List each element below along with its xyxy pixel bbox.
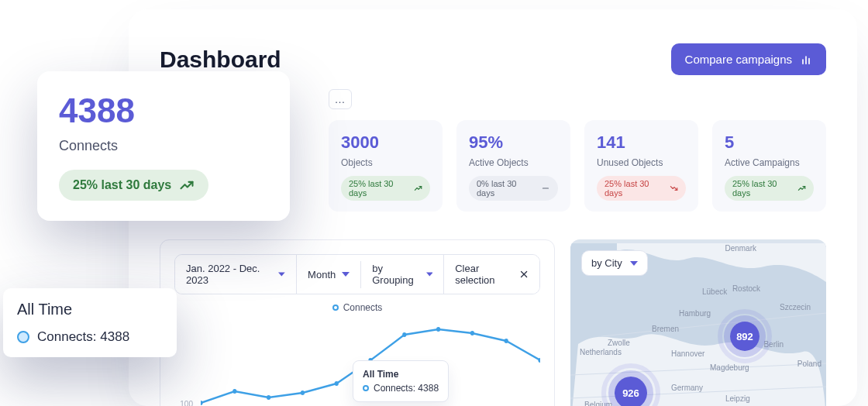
stat-card-active-campaigns[interactable]: 5 Active Campaigns 25% last 30 days xyxy=(712,120,826,212)
stat-label: Active Campaigns xyxy=(725,157,814,168)
filter-interval[interactable]: Month xyxy=(297,261,361,288)
chart-legend: Connects xyxy=(174,302,540,313)
svg-point-9 xyxy=(301,391,305,395)
map-bubble[interactable]: 892 xyxy=(718,309,772,363)
stat-value: 3000 xyxy=(341,132,430,153)
map-filter-dropdown[interactable]: by City xyxy=(581,250,648,276)
filter-date-range[interactable]: Jan. 2022 - Dec. 2023 xyxy=(175,255,297,294)
trend-pill: 0% last 30 days xyxy=(469,176,558,201)
chevron-down-icon xyxy=(426,270,433,278)
svg-point-7 xyxy=(232,389,236,394)
map-card[interactable]: Denmark Netherlands Germany Belgium Luxe… xyxy=(570,239,826,406)
y-tick: 100 xyxy=(174,400,198,406)
map-label: Bremen xyxy=(652,325,679,333)
tooltip-row: Connects: 4388 xyxy=(363,383,439,394)
chart-tooltip: All Time Connects: 4388 xyxy=(353,360,449,402)
trend-up-icon xyxy=(797,184,806,193)
map-label: Leipzig xyxy=(725,394,750,403)
alltime-series-label: Connects: 4388 xyxy=(37,329,129,345)
legend-dot-icon xyxy=(17,331,29,343)
more-options-button[interactable]: … xyxy=(329,89,352,109)
filter-label: Month xyxy=(308,269,336,280)
alltime-card: All Time Connects: 4388 xyxy=(3,288,177,357)
stat-cards-row: 3000 Objects 25% last 30 days 95% Active… xyxy=(329,120,826,212)
stat-card-unused-objects[interactable]: 141 Unused Objects 25% last 30 days xyxy=(584,120,698,212)
alltime-row: Connects: 4388 xyxy=(17,329,163,345)
map-label: Hannover xyxy=(671,349,704,358)
filter-label: by Grouping xyxy=(372,263,419,286)
svg-point-10 xyxy=(335,381,339,386)
filter-grouping[interactable]: by Grouping xyxy=(361,255,444,294)
content-row: Jan. 2022 - Dec. 2023 Month by Grouping … xyxy=(160,239,826,406)
stat-label: Unused Objects xyxy=(597,157,686,168)
svg-point-13 xyxy=(436,327,440,332)
tooltip-title: All Time xyxy=(363,369,439,380)
trend-up-icon xyxy=(414,184,422,193)
chart-filter-bar: Jan. 2022 - Dec. 2023 Month by Grouping … xyxy=(174,254,540,294)
legend-dot-icon xyxy=(332,304,339,311)
map-label: Netherlands xyxy=(580,348,622,356)
tooltip-text: Connects: 4388 xyxy=(374,383,439,394)
stat-card-active-objects[interactable]: 95% Active Objects 0% last 30 days xyxy=(456,120,570,212)
map-label: Germany xyxy=(671,384,703,392)
map-label: Zwolle xyxy=(608,339,630,347)
stat-label: Active Objects xyxy=(469,157,558,168)
trend-down-icon xyxy=(670,184,678,193)
filter-clear-selection[interactable]: Clear selection xyxy=(444,255,539,294)
compare-campaigns-label: Compare campaigns xyxy=(685,53,792,66)
svg-point-14 xyxy=(470,331,474,335)
map-label: Rostock xyxy=(732,284,760,293)
stat-card-objects[interactable]: 3000 Objects 25% last 30 days xyxy=(329,120,443,212)
map-label: Lübeck xyxy=(702,287,727,296)
filter-label: Jan. 2022 - Dec. 2023 xyxy=(186,263,272,286)
trend-text: 25% last 30 days xyxy=(604,179,665,198)
svg-point-6 xyxy=(201,401,203,405)
chevron-down-icon xyxy=(630,261,638,266)
trend-flat-icon xyxy=(541,184,550,193)
svg-point-8 xyxy=(267,395,270,400)
filter-label: Clear selection xyxy=(455,263,513,286)
map-label: Magdeburg xyxy=(710,363,749,372)
stat-value: 5 xyxy=(725,132,814,153)
feature-trend-pill: 25% last 30 days xyxy=(59,170,208,201)
compare-campaigns-button[interactable]: Compare campaigns xyxy=(671,43,826,75)
svg-point-15 xyxy=(505,339,508,343)
stat-value: 95% xyxy=(469,132,558,153)
trend-pill: 25% last 30 days xyxy=(725,176,814,201)
trend-up-icon xyxy=(179,177,195,193)
trend-text: 0% last 30 days xyxy=(477,179,536,198)
trend-text: 25% last 30 days xyxy=(732,179,793,198)
alltime-title: All Time xyxy=(17,301,163,318)
close-icon xyxy=(519,269,529,280)
stat-value: 141 xyxy=(597,132,686,153)
feature-connects-card: 4388 Connects 25% last 30 days xyxy=(37,71,290,221)
feature-value: 4388 xyxy=(59,91,268,130)
legend-label: Connects xyxy=(343,302,383,313)
map-label: Hamburg xyxy=(679,309,711,318)
chart-area[interactable]: 100 80 All Time xyxy=(174,318,540,406)
dashboard-header: Dashboard Compare campaigns xyxy=(160,43,826,75)
feature-pill-text: 25% last 30 days xyxy=(73,178,171,192)
chart-y-axis: 100 80 xyxy=(174,318,198,406)
map-label: Szczecin xyxy=(780,303,811,311)
page-title: Dashboard xyxy=(160,46,281,73)
trend-pill: 25% last 30 days xyxy=(597,176,686,201)
legend-dot-icon xyxy=(363,385,369,391)
bar-chart-icon xyxy=(800,53,812,66)
map-filter-label: by City xyxy=(591,257,622,269)
map-label: Poland xyxy=(797,360,822,368)
svg-point-12 xyxy=(402,332,406,337)
feature-label: Connects xyxy=(59,138,268,154)
chart-card: Jan. 2022 - Dec. 2023 Month by Grouping … xyxy=(160,239,555,406)
trend-pill: 25% last 30 days xyxy=(341,176,430,201)
chevron-down-icon xyxy=(342,270,350,278)
stat-label: Objects xyxy=(341,157,430,168)
map-label: Denmark xyxy=(725,244,756,253)
trend-text: 25% last 30 days xyxy=(349,179,409,198)
chevron-down-icon xyxy=(278,270,285,278)
